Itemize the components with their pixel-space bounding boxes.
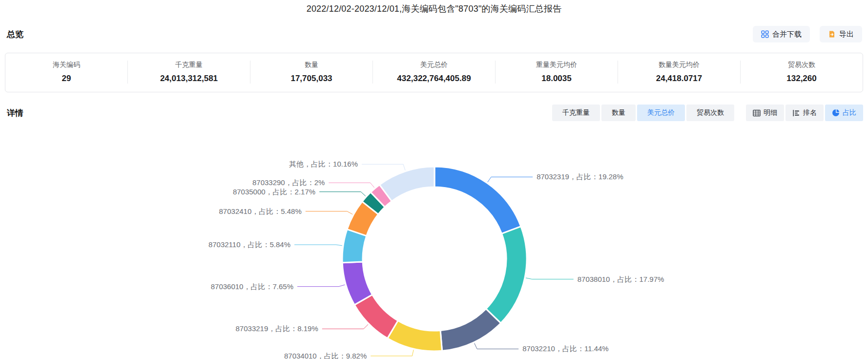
overview-header: 总览 合并下载 导出 (0, 25, 868, 43)
pie-label-87036010: 87036010，占比：7.65% (211, 282, 293, 291)
detail-heading: 详情 (7, 107, 23, 119)
metric-tab-group: 千克重量 数量 美元总价 贸易次数 (552, 105, 734, 121)
overview-stats-card: 海关编码 29 千克重量 24,013,312,581 数量 17,705,03… (5, 53, 863, 92)
pie-leader-line (319, 192, 366, 196)
tab-label: 千克重量 (562, 108, 590, 117)
pie-label-87032319: 87032319，占比：19.28% (537, 172, 623, 181)
pie-label-87032210: 87032210，占比：11.44% (522, 344, 609, 353)
pie-label-87032110: 87032110，占比：5.84% (208, 240, 290, 249)
export-label: 导出 (839, 30, 854, 39)
stat-value: 432,322,764,405.89 (373, 74, 495, 84)
stat-usd-total: 美元总价 432,322,764,405.89 (372, 61, 495, 84)
stat-value: 24,418.0717 (618, 74, 740, 84)
pie-leader-line (526, 278, 574, 279)
stat-value: 132,260 (741, 74, 863, 84)
pie-leader-line (488, 177, 533, 182)
pie-slice-其他[interactable] (379, 167, 434, 201)
merge-download-icon (761, 30, 769, 38)
pie-label-87033219: 87033219，占比：8.19% (236, 324, 318, 333)
stat-label: 海关编码 (5, 61, 127, 69)
stat-label: 千克重量 (128, 61, 250, 69)
pie-label-其他: 其他，占比：10.16% (289, 160, 358, 168)
overview-actions: 合并下载 导出 (753, 26, 862, 42)
stat-label: 数量美元均价 (618, 61, 740, 69)
stat-usd-per-weight: 重量美元均价 18.0035 (495, 61, 618, 84)
tab-label: 明细 (764, 108, 777, 117)
pie-slice-87032319[interactable] (434, 167, 521, 233)
stat-value: 18.0035 (496, 74, 618, 84)
pie-leader-line (475, 343, 519, 349)
pie-label-87038010: 87038010，占比：17.97% (578, 275, 664, 283)
export-button[interactable]: 导出 (820, 26, 862, 42)
pie-leader-line (362, 164, 405, 170)
stat-value: 29 (5, 74, 127, 84)
stat-usd-per-quantity: 数量美元均价 24,418.0717 (618, 61, 740, 84)
pie-label-87032410: 87032410，占比：5.48% (219, 207, 302, 215)
report-title: 2022/12/02-2023/12/01,海关编码包含"8703"的海关编码汇… (0, 0, 868, 15)
stat-label: 美元总价 (373, 61, 495, 69)
table-icon (753, 109, 761, 117)
stat-value: 17,705,033 (250, 74, 372, 84)
ranking-icon (792, 109, 800, 117)
tab-quantity[interactable]: 数量 (601, 105, 636, 121)
stat-kg-weight: 千克重量 24,013,312,581 (127, 61, 250, 84)
pie-slice-87032210[interactable] (440, 309, 501, 351)
pie-icon (832, 109, 840, 117)
tab-label: 占比 (843, 108, 856, 117)
merge-download-label: 合并下载 (772, 30, 802, 39)
detail-tab-groups: 千克重量 数量 美元总价 贸易次数 明细 (552, 105, 863, 121)
view-tab-group: 明细 排名 占比 (746, 105, 863, 121)
pie-leader-line (371, 350, 413, 356)
tab-label: 贸易次数 (697, 108, 724, 117)
pie-label-87033290: 87033290，占比：2% (252, 178, 325, 187)
detail-header: 详情 千克重量 数量 美元总价 贸易次数 (0, 105, 868, 121)
pie-leader-line (306, 211, 352, 214)
merge-download-button[interactable]: 合并下载 (753, 26, 810, 42)
pie-label-87034010: 87034010，占比：9.82% (284, 352, 367, 359)
pie-leader-line (297, 285, 345, 287)
tab-label: 数量 (612, 108, 625, 117)
stat-trade-count: 贸易次数 132,260 (740, 61, 863, 84)
pie-label-87035000: 87035000，占比：2.17% (233, 188, 315, 196)
export-icon (828, 30, 836, 38)
tab-proportion-view[interactable]: 占比 (825, 105, 863, 121)
tab-usd-total[interactable]: 美元总价 (637, 105, 685, 121)
tab-detail-view[interactable]: 明细 (746, 105, 784, 121)
stat-label: 数量 (250, 61, 372, 69)
pie-leader-line (329, 183, 374, 188)
tab-trade-count[interactable]: 贸易次数 (686, 105, 734, 121)
stat-label: 重量美元均价 (496, 61, 618, 69)
tab-kg-weight[interactable]: 千克重量 (552, 105, 600, 121)
pie-slice-87038010[interactable] (486, 227, 527, 323)
stat-customs-code: 海关编码 29 (5, 61, 127, 84)
stat-quantity: 数量 17,705,033 (250, 61, 372, 84)
overview-heading: 总览 (7, 29, 23, 40)
pie-leader-line (294, 245, 342, 246)
tab-ranking-view[interactable]: 排名 (785, 105, 824, 121)
tab-label: 美元总价 (647, 108, 675, 117)
stat-label: 贸易次数 (741, 61, 863, 69)
tab-label: 排名 (803, 108, 817, 117)
stat-value: 24,013,312,581 (128, 74, 250, 84)
pie-leader-line (322, 324, 368, 329)
